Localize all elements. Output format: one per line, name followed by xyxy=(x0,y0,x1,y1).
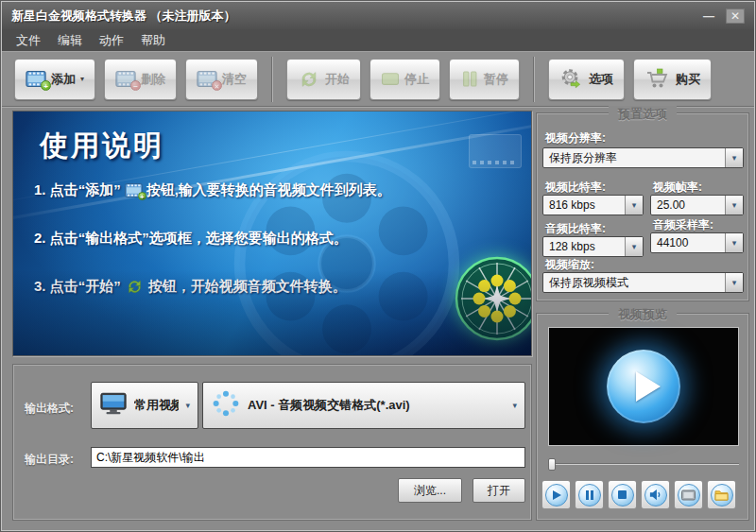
preview-play-button[interactable] xyxy=(541,480,571,509)
video-framerate-value: 25.00 xyxy=(651,196,725,215)
browse-button[interactable]: 浏览... xyxy=(398,478,462,503)
chevron-down-icon: ▾ xyxy=(80,75,84,83)
video-preview-screen xyxy=(548,327,739,446)
options-button[interactable]: 选项 xyxy=(548,59,625,100)
instructions-banner: 使用说明 1. 点击“添加” + 按钮,输入要转换的音视频文件到列表。 2. 点… xyxy=(12,111,532,356)
film-clear-icon: ✕ xyxy=(197,71,217,87)
gear-icon xyxy=(559,68,584,90)
titlebar: 新星白金视频格式转换器 （未注册版本） — ✕ xyxy=(2,2,754,29)
chevron-down-icon: ▾ xyxy=(725,196,743,215)
video-framerate-dropdown[interactable]: 25.00 ▾ xyxy=(650,195,744,215)
format-category-value: 常用视频 xyxy=(134,397,179,414)
menu-item-file[interactable]: 文件 xyxy=(8,30,49,51)
audio-bitrate-label: 音频比特率: xyxy=(545,221,606,237)
output-format-label: 输出格式: xyxy=(25,401,74,417)
video-preview-group: 视频预览 xyxy=(536,313,749,521)
app-window: 新星白金视频格式转换器 （未注册版本） — ✕ 文件 编辑 动作 帮助 + 添加… xyxy=(0,0,756,532)
preview-seek-slider[interactable] xyxy=(548,457,739,471)
video-resolution-value: 保持原分辨率 xyxy=(543,148,725,167)
playback-controls xyxy=(541,480,736,509)
video-scale-dropdown[interactable]: 保持原视频模式 ▾ xyxy=(542,272,744,293)
video-bitrate-value: 816 kbps xyxy=(543,196,625,215)
chevron-down-icon: ▾ xyxy=(725,148,743,167)
menu-item-edit[interactable]: 编辑 xyxy=(49,30,91,51)
film-reel-watermark xyxy=(229,146,465,356)
avi-format-icon xyxy=(211,388,241,422)
close-button[interactable]: ✕ xyxy=(726,9,745,24)
instruction-step-1: 1. 点击“添加” + 按钮,输入要转换的音视频文件到列表。 xyxy=(34,181,391,199)
chevron-down-icon: ▾ xyxy=(725,273,743,292)
play-icon xyxy=(545,484,568,506)
film-add-icon: + xyxy=(125,183,143,197)
video-framerate-label: 视频帧率: xyxy=(653,180,702,196)
close-icon: ✕ xyxy=(730,9,740,23)
film-add-icon: + xyxy=(26,71,46,87)
stop-button[interactable]: 停止 xyxy=(369,59,440,100)
browse-button-label: 浏览... xyxy=(414,483,446,499)
output-dir-input[interactable] xyxy=(91,447,525,468)
delete-button-label: 删除 xyxy=(141,71,165,88)
open-button-label: 打开 xyxy=(488,483,510,499)
audio-samplerate-dropdown[interactable]: 44100 ▾ xyxy=(650,232,744,253)
preview-open-folder-button[interactable] xyxy=(707,480,736,509)
audio-samplerate-label: 音频采样率: xyxy=(653,217,713,233)
open-button[interactable]: 打开 xyxy=(472,478,525,503)
clear-button[interactable]: ✕ 清空 xyxy=(185,59,258,100)
start-button-label: 开始 xyxy=(325,71,350,88)
audio-bitrate-dropdown[interactable]: 128 kbps ▾ xyxy=(542,236,644,257)
add-button-label: 添加 xyxy=(51,71,76,88)
add-button[interactable]: + 添加 ▾ xyxy=(14,59,95,100)
toolbar-separator xyxy=(271,57,273,102)
stop-icon xyxy=(611,484,634,506)
play-logo xyxy=(607,350,680,423)
pause-button[interactable]: 暂停 xyxy=(449,59,520,100)
preset-options-group: 预置选项 视频分辨率: 保持原分辨率 ▾ 视频比特率: 视频帧率: 816 kb… xyxy=(536,112,749,301)
preview-group-title: 视频预览 xyxy=(609,306,677,323)
chevron-down-icon: ▾ xyxy=(625,237,643,256)
film-strip-watermark xyxy=(469,134,522,168)
audio-samplerate-value: 44100 xyxy=(651,233,725,252)
video-bitrate-dropdown[interactable]: 816 kbps ▾ xyxy=(542,195,644,215)
audio-bitrate-value: 128 kbps xyxy=(543,237,625,256)
output-format-dropdown[interactable]: AVI - 音频视频交错格式(*.avi) ▾ xyxy=(202,382,525,429)
play-icon xyxy=(636,371,661,402)
buy-button[interactable]: 购买 xyxy=(633,59,712,100)
preset-group-title: 预置选项 xyxy=(609,106,677,123)
clear-button-label: 清空 xyxy=(222,71,247,88)
toolbar: + 添加 ▾ − 删除 ✕ 清空 开始 xyxy=(2,51,754,107)
instruction-step-3: 3. 点击“开始” 按钮，开始视频音频文件转换。 xyxy=(34,278,347,296)
pause-icon xyxy=(460,71,479,87)
lime-wheel-logo xyxy=(454,255,532,342)
chevron-down-icon: ▾ xyxy=(512,402,517,410)
instruction-step-2: 2. 点击“输出格式”选项框，选择您要输出的格式。 xyxy=(34,230,348,248)
cart-icon xyxy=(644,68,671,90)
window-title: 新星白金视频格式转换器 （未注册版本） xyxy=(11,8,236,25)
video-resolution-dropdown[interactable]: 保持原分辨率 ▾ xyxy=(542,147,744,168)
monitor-icon xyxy=(99,391,128,420)
snapshot-icon xyxy=(678,484,700,506)
chevron-down-icon: ▾ xyxy=(625,196,643,215)
preview-mute-button[interactable] xyxy=(641,480,670,509)
format-category-dropdown[interactable]: 常用视频 ▾ xyxy=(91,382,198,429)
buy-button-label: 购买 xyxy=(676,71,700,88)
folder-icon xyxy=(711,484,733,506)
preview-snapshot-button[interactable] xyxy=(674,480,703,509)
menubar: 文件 编辑 动作 帮助 xyxy=(2,29,754,51)
start-button[interactable]: 开始 xyxy=(286,59,361,100)
slider-track xyxy=(548,463,739,465)
output-dir-label: 输出目录: xyxy=(25,452,74,468)
preview-pause-button[interactable] xyxy=(575,480,604,509)
stop-button-label: 停止 xyxy=(404,71,429,88)
preview-stop-button[interactable] xyxy=(608,480,637,509)
video-scale-label: 视频缩放: xyxy=(545,257,594,273)
refresh-start-icon xyxy=(298,69,320,90)
chevron-down-icon: ▾ xyxy=(185,402,190,410)
menu-item-help[interactable]: 帮助 xyxy=(132,30,174,51)
menu-item-action[interactable]: 动作 xyxy=(91,30,132,51)
minimize-button[interactable]: — xyxy=(699,9,718,24)
slider-thumb[interactable] xyxy=(548,458,556,471)
minimize-icon: — xyxy=(703,9,714,23)
video-scale-value: 保持原视频模式 xyxy=(543,273,725,292)
refresh-start-icon xyxy=(125,278,145,296)
delete-button[interactable]: − 删除 xyxy=(104,59,177,100)
